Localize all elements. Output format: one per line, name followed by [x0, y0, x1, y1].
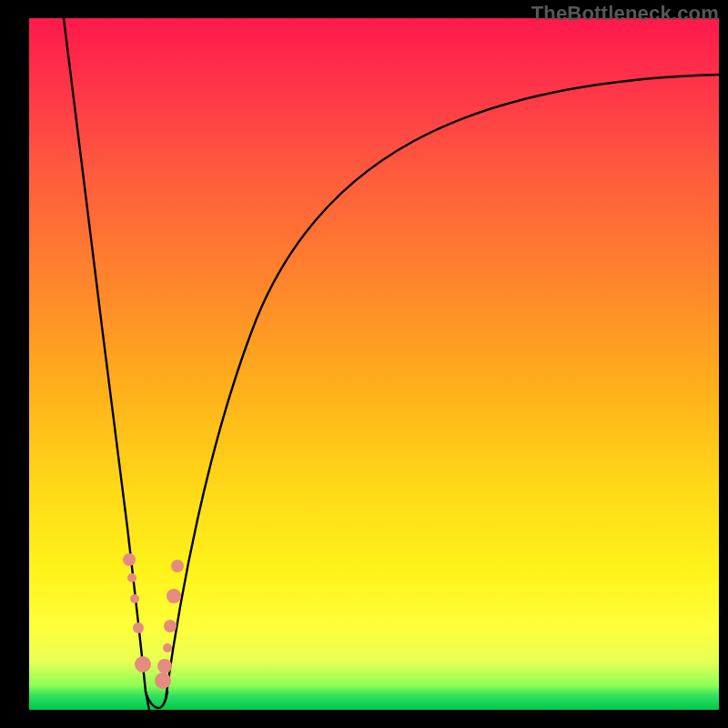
dot-left — [135, 656, 151, 672]
curve-left — [64, 18, 149, 710]
dot-right — [163, 643, 172, 652]
dot-left — [123, 553, 136, 566]
dot-right — [164, 620, 177, 632]
dot-right — [157, 659, 172, 673]
dot-right — [171, 560, 184, 572]
chart-svg — [29, 18, 719, 710]
dot-left — [133, 622, 144, 633]
dot-left — [127, 573, 136, 582]
dot-right — [155, 672, 171, 689]
chart-area — [29, 18, 719, 710]
curve-right — [166, 75, 719, 699]
watermark-text: TheBottleneck.com — [531, 2, 719, 25]
dot-left — [130, 594, 139, 603]
dot-right — [167, 589, 181, 603]
